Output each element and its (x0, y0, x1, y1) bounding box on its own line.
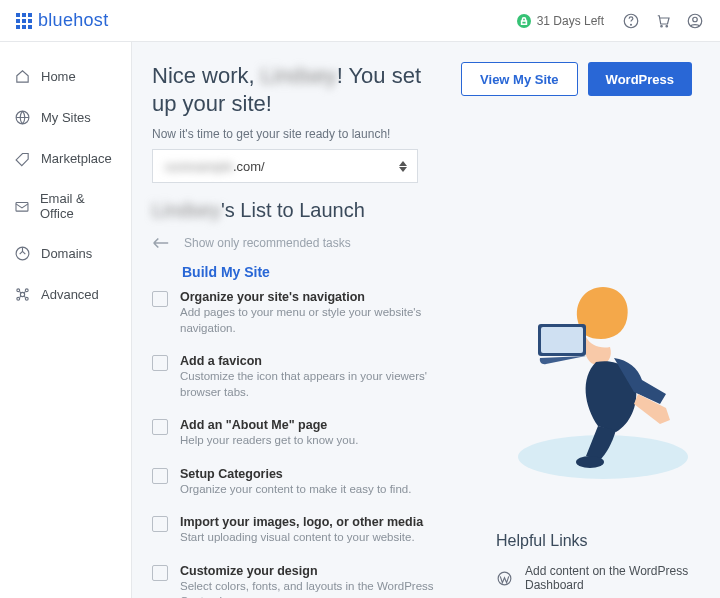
cart-icon[interactable] (654, 12, 672, 30)
task-title: Add a favicon (180, 354, 442, 368)
task-list: Organize your site's navigationAdd pages… (152, 290, 442, 598)
svg-point-11 (25, 289, 28, 292)
task-checkbox[interactable] (152, 516, 168, 532)
grid-icon (16, 13, 32, 29)
brand-text: bluehost (38, 10, 108, 31)
sidebar-item-label: My Sites (41, 110, 91, 125)
svg-point-5 (693, 17, 698, 22)
svg-point-10 (17, 289, 20, 292)
main-content: Nice work, Lindsey! You set up your site… (132, 42, 720, 598)
svg-point-3 (666, 25, 668, 27)
helpful-link[interactable]: Add content on the WordPress Dashboard (496, 564, 696, 592)
brand-logo[interactable]: bluehost (16, 10, 108, 31)
task-filter[interactable]: Show only recommended tasks (152, 236, 692, 250)
sidebar: Home My Sites Marketplace Email & Office… (0, 42, 132, 598)
task-item: Customize your designSelect colors, font… (152, 564, 442, 598)
svg-rect-16 (541, 327, 583, 353)
sidebar-item-label: Marketplace (41, 151, 112, 166)
task-desc: Customize the icon that appears in your … (180, 369, 442, 400)
helpful-heading: Helpful Links (496, 532, 696, 550)
page-subtitle: Now it's time to get your site ready to … (152, 127, 445, 141)
task-checkbox[interactable] (152, 355, 168, 371)
sidebar-item-advanced[interactable]: Advanced (0, 274, 131, 315)
username-redacted: Lindsey (152, 199, 221, 221)
helpful-link-label: Add content on the WordPress Dashboard (525, 564, 696, 592)
sidebar-item-marketplace[interactable]: Marketplace (0, 138, 131, 179)
wordpress-icon (496, 570, 513, 587)
task-desc: Help your readers get to know you. (180, 433, 358, 449)
site-domain-redacted: ourexample (165, 159, 233, 174)
svg-rect-7 (16, 202, 28, 211)
sidebar-item-label: Email & Office (40, 191, 117, 221)
sidebar-item-home[interactable]: Home (0, 56, 131, 97)
site-selector[interactable]: ourexample.com/ (152, 149, 418, 183)
account-icon[interactable] (686, 12, 704, 30)
sidebar-item-label: Home (41, 69, 76, 84)
svg-point-1 (631, 24, 632, 25)
task-title: Add an "About Me" page (180, 418, 358, 432)
task-item: Import your images, logo, or other media… (152, 515, 442, 546)
trial-indicator[interactable]: 31 Days Left (517, 14, 604, 28)
task-desc: Organize your content to make it easy to… (180, 482, 411, 498)
task-title: Customize your design (180, 564, 442, 578)
arrow-left-icon (152, 237, 170, 249)
trial-text: 31 Days Left (537, 14, 604, 28)
filter-label: Show only recommended tasks (184, 236, 351, 250)
sidebar-item-email[interactable]: Email & Office (0, 179, 131, 233)
task-desc: Add pages to your menu or style your web… (180, 305, 442, 336)
svg-point-13 (25, 297, 28, 300)
launch-heading: Lindsey's List to Launch (152, 199, 692, 222)
username-redacted: Lindsey (261, 63, 337, 88)
task-desc: Start uploading visual content to your w… (180, 530, 423, 546)
sidebar-item-label: Domains (41, 246, 92, 261)
task-checkbox[interactable] (152, 291, 168, 307)
wordpress-button[interactable]: WordPress (588, 62, 692, 96)
svg-point-17 (576, 456, 604, 468)
task-item: Add an "About Me" pageHelp your readers … (152, 418, 442, 449)
page-title: Nice work, Lindsey! You set up your site… (152, 62, 445, 117)
task-checkbox[interactable] (152, 565, 168, 581)
task-title: Import your images, logo, or other media (180, 515, 423, 529)
sidebar-item-domains[interactable]: Domains (0, 233, 131, 274)
task-checkbox[interactable] (152, 468, 168, 484)
svg-point-2 (661, 25, 663, 27)
sidebar-item-label: Advanced (41, 287, 99, 302)
task-item: Organize your site's navigationAdd pages… (152, 290, 442, 336)
task-item: Add a faviconCustomize the icon that app… (152, 354, 442, 400)
task-title: Setup Categories (180, 467, 411, 481)
task-desc: Select colors, fonts, and layouts in the… (180, 579, 442, 598)
lock-icon (517, 14, 531, 28)
top-bar: bluehost 31 Days Left (0, 0, 720, 42)
person-laptop-illustration (508, 262, 698, 482)
task-title: Organize your site's navigation (180, 290, 442, 304)
svg-point-12 (17, 297, 20, 300)
chevron-updown-icon (399, 161, 407, 172)
helpful-links: Helpful Links Add content on the WordPre… (496, 532, 696, 598)
help-icon[interactable] (622, 12, 640, 30)
sidebar-item-sites[interactable]: My Sites (0, 97, 131, 138)
task-checkbox[interactable] (152, 419, 168, 435)
task-item: Setup CategoriesOrganize your content to… (152, 467, 442, 498)
view-site-button[interactable]: View My Site (461, 62, 578, 96)
